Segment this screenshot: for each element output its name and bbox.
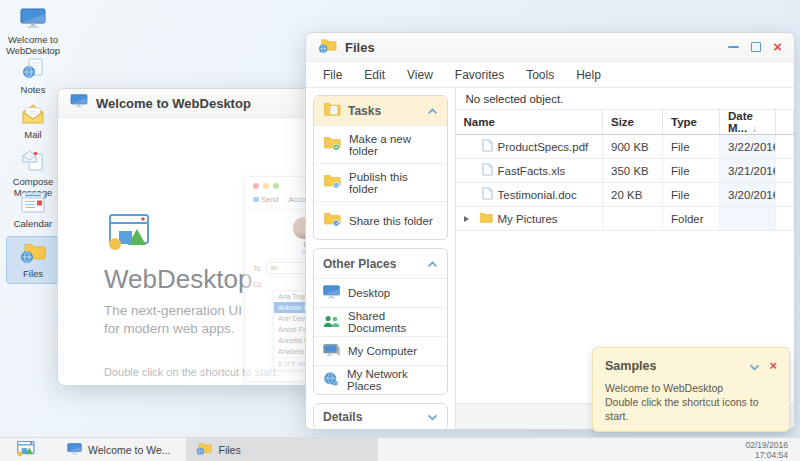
shortcut-label: Calendar — [14, 218, 53, 229]
chevron-up-icon[interactable] — [427, 104, 438, 118]
place-desktop[interactable]: Desktop — [314, 278, 447, 307]
file-table: Name Size Type Date M...↓ ProductSpecs.p… — [456, 110, 795, 231]
publish-folder-icon — [323, 174, 341, 191]
column-header-size[interactable]: Size — [603, 110, 663, 135]
mail-icon — [4, 104, 62, 126]
computer-icon — [323, 343, 340, 359]
send-button: Send — [253, 195, 279, 204]
yellow-dot-icon — [263, 183, 269, 189]
desktop-shortcut-files[interactable]: Files — [6, 236, 60, 284]
chevron-down-icon[interactable] — [749, 357, 760, 375]
files-sidebar: Tasks Make a new folder — [306, 88, 456, 429]
maximize-icon[interactable] — [751, 42, 761, 52]
taskbar: Welcome to We... Files 02/19/2016 17:04:… — [0, 437, 800, 461]
folder-icon — [479, 212, 493, 225]
red-dot-icon — [253, 183, 259, 189]
chevron-down-icon[interactable] — [427, 410, 438, 424]
tasks-group: Tasks Make a new folder — [313, 95, 448, 240]
table-row[interactable]: ProductSpecs.pdf 900 KB File 3/22/2016 .… — [456, 135, 794, 159]
tasks-folder-icon — [323, 102, 341, 119]
new-folder-icon — [323, 136, 341, 153]
menu-tools[interactable]: Tools — [515, 68, 565, 82]
welcome-subtitle: The next-generation UI for modern web ap… — [104, 302, 242, 338]
details-header[interactable]: Details — [314, 404, 447, 430]
task-make-new-folder[interactable]: Make a new folder — [314, 125, 447, 163]
menu-edit[interactable]: Edit — [353, 68, 396, 82]
welcome-heading: WebDesktop — [104, 264, 252, 295]
document-icon — [482, 163, 493, 178]
samples-notification: Samples × Welcome to WebDesktop Double c… — [592, 347, 790, 432]
taskbar-button-files[interactable]: Files — [186, 438, 378, 461]
webdesktop-logo-icon[interactable] — [15, 441, 35, 458]
table-row[interactable]: FastFacts.xls 350 KB File 3/21/2016 ... — [456, 159, 794, 183]
files-folder-icon — [318, 38, 337, 57]
cc-label: Cc — [253, 281, 262, 288]
welcome-window-title: Welcome to WebDesktop — [96, 96, 251, 111]
shortcut-label: Files — [23, 268, 43, 279]
monitor-icon — [67, 443, 82, 457]
column-header-date[interactable]: Date M...↓ — [720, 110, 776, 135]
column-header-type[interactable]: Type — [663, 110, 720, 135]
files-window-titlebar[interactable]: Files × — [306, 33, 794, 62]
people-icon — [323, 315, 340, 330]
minimize-icon[interactable] — [728, 46, 739, 48]
desktop-shortcut-welcome[interactable]: Welcome to WebDesktop — [4, 8, 62, 56]
monitor-icon — [4, 8, 62, 31]
close-icon[interactable]: × — [769, 361, 777, 371]
notes-icon — [4, 58, 62, 81]
monitor-icon — [323, 285, 340, 301]
taskbar-date: 02/19/2016 — [745, 440, 788, 450]
files-folder-icon — [196, 442, 212, 457]
files-window-title: Files — [345, 40, 375, 55]
selection-status: No selected object. — [456, 88, 795, 110]
desktop-shortcut-calendar[interactable]: Calendar — [4, 192, 62, 229]
place-my-network[interactable]: My Network Places — [314, 365, 447, 394]
place-shared-documents[interactable]: Shared Documents — [314, 307, 447, 336]
table-row[interactable]: My Pictures Folder — [456, 207, 794, 231]
green-dot-icon — [273, 183, 279, 189]
shortcut-label: Welcome to WebDesktop — [6, 34, 60, 56]
send-icon — [253, 197, 259, 202]
shortcut-label: Notes — [21, 84, 46, 95]
chevron-up-icon[interactable] — [427, 257, 438, 271]
task-publish-folder[interactable]: Publish this folder — [314, 163, 447, 201]
globe-icon — [323, 372, 339, 389]
close-icon[interactable]: × — [773, 42, 782, 52]
webdesktop-logo-icon — [104, 214, 150, 258]
notification-body: Welcome to WebDesktop Double click the s… — [605, 381, 777, 423]
menu-favorites[interactable]: Favorites — [444, 68, 515, 82]
notification-title: Samples — [605, 359, 656, 373]
table-row[interactable]: Testimonial.doc 20 KB File 3/20/2016 ... — [456, 183, 794, 207]
column-header-name[interactable]: Name — [456, 110, 603, 135]
column-header-spacer — [776, 110, 794, 135]
taskbar-clock: 02/19/2016 17:04:54 — [745, 440, 788, 460]
taskbar-button-welcome[interactable]: Welcome to We... — [57, 438, 180, 461]
document-icon — [482, 187, 493, 202]
files-folder-icon — [7, 242, 59, 265]
desktop-shortcut-mail[interactable]: Mail — [4, 104, 62, 140]
sort-descending-icon: ↓ — [752, 123, 757, 134]
taskbar-time: 17:04:54 — [745, 450, 788, 460]
document-icon — [482, 139, 493, 154]
place-my-computer[interactable]: My Computer — [314, 336, 447, 365]
compose-icon — [4, 150, 62, 173]
desktop-shortcut-notes[interactable]: Notes — [4, 58, 62, 95]
other-places-header[interactable]: Other Places — [314, 249, 447, 278]
other-places-group: Other Places Desktop — [313, 248, 448, 395]
calendar-icon — [4, 192, 62, 215]
menu-file[interactable]: File — [312, 68, 353, 82]
task-share-folder[interactable]: Share this folder — [314, 201, 447, 239]
menu-help[interactable]: Help — [565, 68, 612, 82]
shortcut-label: Mail — [24, 129, 41, 140]
share-folder-icon — [323, 212, 341, 229]
to-label: To — [253, 265, 260, 272]
desktop-shortcut-compose[interactable]: Compose Message — [4, 150, 62, 198]
details-group: Details — [313, 403, 448, 430]
desktop: Welcome to WebDesktop Notes Mail Compose… — [0, 0, 800, 461]
monitor-icon — [70, 94, 88, 112]
menu-view[interactable]: View — [396, 68, 444, 82]
expand-arrow-icon[interactable] — [464, 216, 472, 222]
files-menubar: File Edit View Favorites Tools Help — [306, 62, 794, 88]
tasks-group-header[interactable]: Tasks — [314, 96, 447, 125]
